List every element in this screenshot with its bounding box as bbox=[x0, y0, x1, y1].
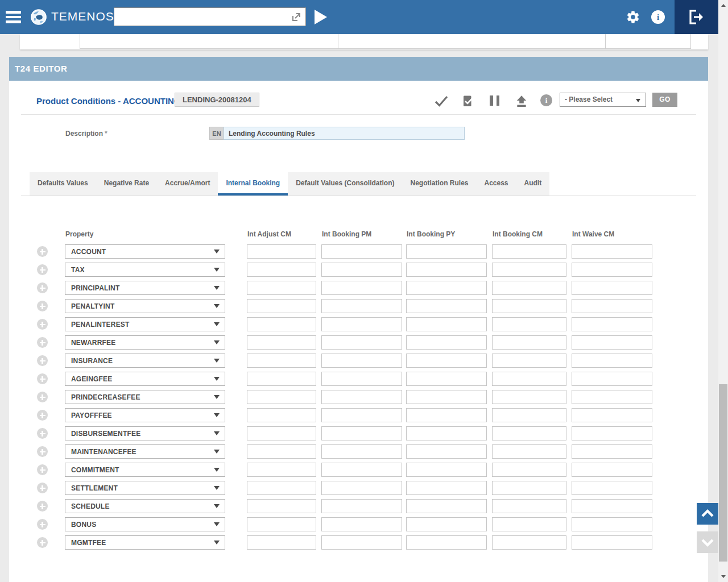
int-booking-cm-input[interactable] bbox=[492, 335, 566, 350]
int-booking-pm-input[interactable] bbox=[321, 408, 402, 422]
property-dropdown[interactable]: INSURANCE bbox=[65, 354, 225, 368]
scrollbar-down-arrow-icon[interactable] bbox=[721, 575, 726, 578]
tab-negotiation-rules[interactable]: Negotiation Rules bbox=[402, 172, 476, 196]
int-waive-cm-input[interactable] bbox=[572, 408, 652, 422]
int-booking-py-input[interactable] bbox=[406, 244, 487, 259]
int-booking-py-input[interactable] bbox=[406, 335, 487, 350]
vertical-scrollbar[interactable] bbox=[718, 0, 728, 582]
help-info-icon[interactable]: i bbox=[651, 10, 665, 24]
menu-hamburger-icon[interactable] bbox=[6, 11, 21, 23]
int-booking-pm-input[interactable] bbox=[321, 499, 402, 513]
property-dropdown[interactable]: PRINDECREASEFEE bbox=[65, 390, 225, 404]
int-booking-cm-input[interactable] bbox=[492, 317, 566, 331]
property-dropdown[interactable]: COMMITMENT bbox=[65, 463, 225, 477]
int-adjust-cm-input[interactable] bbox=[247, 517, 316, 531]
add-value-button[interactable] bbox=[37, 519, 48, 530]
int-booking-py-input[interactable] bbox=[406, 317, 487, 331]
property-dropdown[interactable]: PRINCIPALINT bbox=[65, 281, 225, 295]
add-value-button[interactable] bbox=[37, 483, 48, 493]
property-dropdown[interactable]: DISBURSEMENTFEE bbox=[65, 426, 225, 440]
int-booking-pm-input[interactable] bbox=[321, 426, 402, 440]
property-dropdown[interactable]: PENALTYINT bbox=[65, 299, 225, 313]
int-booking-cm-input[interactable] bbox=[492, 499, 566, 513]
scroll-to-bottom-button[interactable] bbox=[697, 531, 718, 553]
int-waive-cm-input[interactable] bbox=[572, 372, 652, 386]
int-booking-pm-input[interactable] bbox=[321, 517, 402, 531]
int-booking-py-input[interactable] bbox=[406, 481, 487, 495]
int-booking-py-input[interactable] bbox=[406, 408, 487, 422]
int-adjust-cm-input[interactable] bbox=[247, 354, 316, 368]
int-adjust-cm-input[interactable] bbox=[247, 444, 316, 459]
int-booking-py-input[interactable] bbox=[406, 535, 487, 550]
int-adjust-cm-input[interactable] bbox=[247, 335, 316, 350]
add-value-button[interactable] bbox=[37, 501, 48, 512]
tab-internal-booking[interactable]: Internal Booking bbox=[218, 172, 288, 196]
int-booking-pm-input[interactable] bbox=[321, 281, 402, 295]
int-waive-cm-input[interactable] bbox=[572, 263, 652, 277]
int-booking-cm-input[interactable] bbox=[492, 535, 566, 550]
add-value-button[interactable] bbox=[37, 392, 48, 402]
property-dropdown[interactable]: SCHEDULE bbox=[65, 499, 225, 513]
int-booking-pm-input[interactable] bbox=[321, 317, 402, 331]
sign-out-button[interactable] bbox=[675, 0, 718, 34]
int-waive-cm-input[interactable] bbox=[572, 444, 652, 459]
upload-icon[interactable] bbox=[514, 94, 529, 108]
add-value-button[interactable] bbox=[37, 246, 48, 257]
tab-default-values-consolidation[interactable]: Default Values (Consolidation) bbox=[288, 172, 402, 196]
int-booking-py-input[interactable] bbox=[406, 499, 487, 513]
int-booking-cm-input[interactable] bbox=[492, 426, 566, 440]
int-waive-cm-input[interactable] bbox=[572, 244, 652, 259]
int-adjust-cm-input[interactable] bbox=[247, 390, 316, 404]
int-booking-cm-input[interactable] bbox=[492, 481, 566, 495]
property-dropdown[interactable]: NEWARRFEE bbox=[65, 335, 225, 350]
add-value-button[interactable] bbox=[37, 428, 48, 439]
property-dropdown[interactable]: PAYOFFFEE bbox=[65, 408, 225, 422]
add-value-button[interactable] bbox=[37, 355, 48, 366]
description-input[interactable] bbox=[224, 127, 465, 140]
action-select-dropdown[interactable]: - Please Select bbox=[560, 93, 646, 107]
int-adjust-cm-input[interactable] bbox=[247, 481, 316, 495]
int-booking-cm-input[interactable] bbox=[492, 463, 566, 477]
property-dropdown[interactable]: ACCOUNT bbox=[65, 244, 225, 259]
add-value-button[interactable] bbox=[37, 464, 48, 475]
add-value-button[interactable] bbox=[37, 301, 48, 311]
int-booking-pm-input[interactable] bbox=[321, 372, 402, 386]
add-value-button[interactable] bbox=[37, 410, 48, 421]
int-waive-cm-input[interactable] bbox=[572, 517, 652, 531]
int-waive-cm-input[interactable] bbox=[572, 481, 652, 495]
add-value-button[interactable] bbox=[37, 264, 48, 275]
int-booking-cm-input[interactable] bbox=[492, 372, 566, 386]
int-waive-cm-input[interactable] bbox=[572, 535, 652, 550]
int-booking-py-input[interactable] bbox=[406, 281, 487, 295]
int-booking-cm-input[interactable] bbox=[492, 390, 566, 404]
int-adjust-cm-input[interactable] bbox=[247, 426, 316, 440]
int-adjust-cm-input[interactable] bbox=[247, 372, 316, 386]
int-booking-cm-input[interactable] bbox=[492, 263, 566, 277]
property-dropdown[interactable]: AGEINGFEE bbox=[65, 372, 225, 386]
hold-pause-icon[interactable] bbox=[488, 94, 503, 108]
int-waive-cm-input[interactable] bbox=[572, 426, 652, 440]
tab-accrue-amort[interactable]: Accrue/Amort bbox=[157, 172, 218, 196]
int-booking-py-input[interactable] bbox=[406, 263, 487, 277]
add-value-button[interactable] bbox=[37, 337, 48, 348]
int-booking-pm-input[interactable] bbox=[321, 335, 402, 350]
int-waive-cm-input[interactable] bbox=[572, 299, 652, 313]
run-command-icon[interactable] bbox=[315, 10, 327, 24]
add-value-button[interactable] bbox=[37, 446, 48, 457]
go-button[interactable]: GO bbox=[652, 93, 677, 107]
tab-defaults-values[interactable]: Defaults Values bbox=[30, 172, 96, 196]
tab-audit[interactable]: Audit bbox=[516, 172, 550, 196]
int-booking-pm-input[interactable] bbox=[321, 390, 402, 404]
int-booking-pm-input[interactable] bbox=[321, 299, 402, 313]
tab-access[interactable]: Access bbox=[477, 172, 516, 196]
int-waive-cm-input[interactable] bbox=[572, 354, 652, 368]
scrollbar-thumb[interactable] bbox=[719, 384, 727, 562]
int-booking-cm-input[interactable] bbox=[492, 299, 566, 313]
tab-negative-rate[interactable]: Negative Rate bbox=[96, 172, 157, 196]
int-booking-cm-input[interactable] bbox=[492, 354, 566, 368]
int-waive-cm-input[interactable] bbox=[572, 463, 652, 477]
int-booking-py-input[interactable] bbox=[406, 299, 487, 313]
int-booking-pm-input[interactable] bbox=[321, 263, 402, 277]
int-booking-cm-input[interactable] bbox=[492, 244, 566, 259]
int-booking-pm-input[interactable] bbox=[321, 535, 402, 550]
